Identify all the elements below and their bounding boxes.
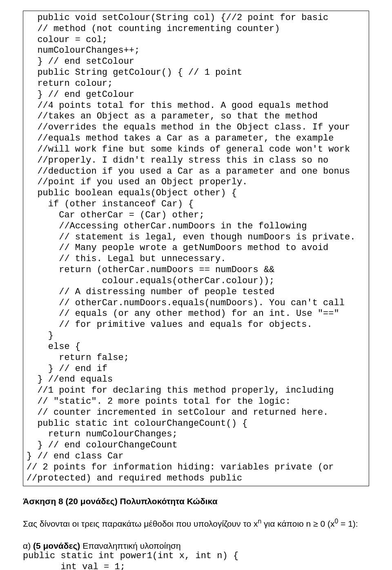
- desc-prefix: Σας δίνονται οι τρεις παρακάτω μέθοδοι π…: [23, 519, 258, 528]
- code-power1: public static int power1(int x, int n) {…: [23, 551, 369, 570]
- superscript-0: 0: [334, 518, 338, 525]
- desc-suffix: = 1):: [338, 519, 358, 528]
- code-block-box: public void setColour(String col) {//2 p…: [23, 11, 369, 486]
- superscript-n: n: [258, 518, 261, 525]
- part-alpha-rest: Επαναληπτική υλοποίηση: [80, 541, 180, 550]
- code-block: public void setColour(String col) {//2 p…: [27, 13, 365, 484]
- desc-mid: για κάποιο n ≥ 0 (x: [261, 519, 334, 528]
- exercise-heading: Άσκηση 8 (20 μονάδες) Πολυπλοκότητα Κώδι…: [23, 496, 372, 507]
- part-alpha-heading: α) (5 μονάδες) Επαναληπτική υλοποίηση: [23, 541, 369, 551]
- part-alpha-points: (5 μονάδες): [33, 541, 80, 550]
- part-alpha-prefix: α): [23, 541, 33, 550]
- exercise-description: Σας δίνονται οι τρεις παρακάτω μέθοδοι π…: [23, 517, 369, 530]
